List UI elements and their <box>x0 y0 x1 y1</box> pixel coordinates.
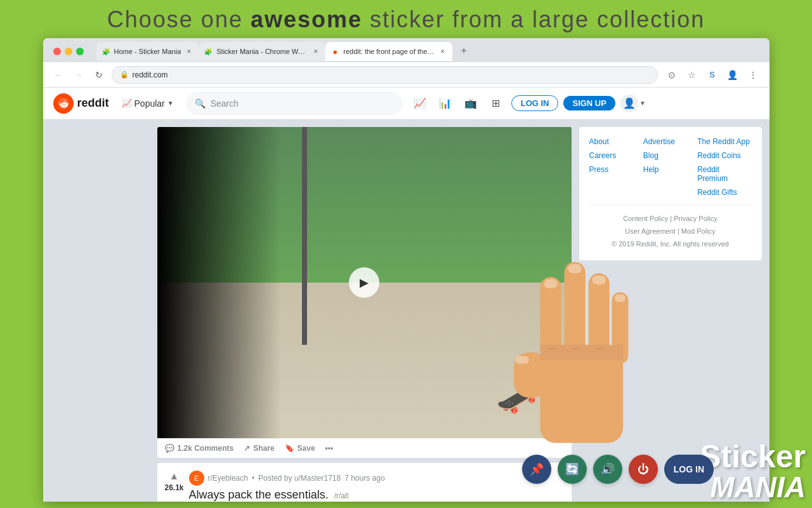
comment-title: Always pack the essentials. /r/all <box>189 488 564 502</box>
comment-posted-by: Posted by u/Master1718 <box>258 474 341 483</box>
reddit-icon <box>53 93 74 114</box>
sidebar-blog[interactable]: Blog <box>643 151 697 160</box>
search-icon: 🔍 <box>195 98 206 109</box>
save-icon: 🔖 <box>285 444 294 453</box>
headline-suffix: sticker from a large collection <box>362 6 705 32</box>
layers-icon-btn[interactable]: ⊞ <box>486 93 506 114</box>
mute-button[interactable]: 🔇 <box>549 415 566 433</box>
popular-label: Popular <box>134 98 165 109</box>
comment-subreddit[interactable]: r/Eyebleach <box>208 474 248 483</box>
sidebar-footer: Content Policy | Privacy Policy User Agr… <box>589 213 752 250</box>
sidebar-help[interactable]: Help <box>643 165 697 183</box>
tab-favicon-1: 🧩 <box>102 47 110 56</box>
user-agreement-link[interactable]: User Agreement <box>625 227 675 235</box>
video-icon-btn[interactable]: 📺 <box>461 93 481 114</box>
comments-count: 1.2k Comments <box>178 444 234 453</box>
minimize-light[interactable] <box>65 48 72 55</box>
sidebar-reddit-app[interactable]: The Reddit App <box>697 137 751 146</box>
tab-close-2[interactable]: ✕ <box>311 47 320 56</box>
main-area: ▶ 🔇 💬 1.2k Comments ↗ <box>43 119 769 502</box>
refresh-button[interactable]: ↻ <box>91 67 107 83</box>
signup-button[interactable]: SIGN UP <box>563 96 615 110</box>
tab-close-1[interactable]: ✕ <box>185 47 193 56</box>
sidebar-careers[interactable]: Careers <box>589 151 643 160</box>
popular-icon: 📈 <box>122 98 132 108</box>
close-light[interactable] <box>53 48 61 55</box>
user-menu-button[interactable]: 👤 ▼ <box>620 95 646 112</box>
zoom-button[interactable]: ⊙ <box>663 66 681 84</box>
save-button[interactable]: 🔖 Save <box>285 444 315 453</box>
comment-section: ▲ 26.1k E r/Eyebleach • Posted by u/Mast… <box>157 463 572 502</box>
user-avatar: 👤 <box>620 95 638 112</box>
comment-info: E r/Eyebleach • Posted by u/Master1718 7… <box>189 471 564 502</box>
tab-title-1: Home - Sticker Mania <box>114 48 181 55</box>
mod-policy-link[interactable]: Mod Policy <box>681 227 716 235</box>
user-chevron-icon: ▼ <box>639 100 646 107</box>
lock-icon: 🔒 <box>120 70 129 79</box>
pin-button[interactable]: 📌 <box>522 455 551 484</box>
sidebar-card: About Advertise The Reddit App Careers B… <box>579 127 762 260</box>
tab-close-3[interactable]: ✕ <box>438 47 447 56</box>
bookmark-button[interactable]: ☆ <box>683 66 701 84</box>
tab-title-2: Sticker Mania - Chrome Web S... <box>216 48 308 55</box>
sync-button[interactable]: 🔄 <box>558 455 587 484</box>
upvote-button[interactable]: ▲ <box>169 471 180 482</box>
headline-bold: awesome <box>251 6 362 32</box>
popular-button[interactable]: 📈 Popular ▼ <box>117 96 179 111</box>
reddit-logo: reddit <box>53 93 109 114</box>
sidebar-gifts[interactable]: Reddit Gifts <box>697 188 751 197</box>
headline: Choose one awesome sticker from a large … <box>43 0 769 38</box>
trending-icon-btn[interactable]: 📈 <box>410 93 430 114</box>
tab-favicon-2: 🧩 <box>204 47 213 56</box>
tab-reddit[interactable]: ● reddit: the front page of the i... ✕ <box>325 42 452 61</box>
play-button[interactable]: ▶ <box>349 267 379 298</box>
power-button[interactable]: ⏻ <box>629 455 658 484</box>
bottom-toolbar: 📌 🔄 🔊 ⏻ LOG IN <box>522 455 714 484</box>
popular-dropdown-icon: ▼ <box>167 100 174 107</box>
sidebar-coins[interactable]: Reddit Coins <box>697 151 751 160</box>
maximize-light[interactable] <box>76 48 84 55</box>
header-icons: 📈 📊 📺 ⊞ LOG IN SIGN UP 👤 ▼ <box>410 93 646 114</box>
new-tab-button[interactable]: + <box>455 42 473 60</box>
browser-window: 🧩 Home - Sticker Mania ✕ 🧩 Sticker Mania… <box>43 38 769 502</box>
audio-button[interactable]: 🔊 <box>593 455 622 484</box>
traffic-lights <box>48 48 89 55</box>
address-bar: ← → ↻ 🔒 reddit.com ⊙ ☆ S 👤 ⋮ <box>43 62 769 88</box>
login-button[interactable]: LOG IN <box>511 95 559 111</box>
content-policy-link[interactable]: Content Policy <box>623 215 668 222</box>
content-center: ▶ 🔇 💬 1.2k Comments ↗ <box>150 119 579 502</box>
sidebar-advertise[interactable]: Advertise <box>643 137 697 146</box>
sticker-mania-logo: Sticker MANIA <box>700 441 806 502</box>
back-button[interactable]: ← <box>51 67 66 83</box>
share-icon: ↗ <box>244 444 250 453</box>
tab-sticker-mania-chrome[interactable]: 🧩 Sticker Mania - Chrome Web S... ✕ <box>199 42 325 61</box>
menu-button[interactable]: ⋮ <box>744 66 762 84</box>
privacy-policy-link[interactable]: Privacy Policy <box>674 215 717 222</box>
comment-meta: E r/Eyebleach • Posted by u/Master1718 7… <box>189 471 564 486</box>
extension-button[interactable]: S <box>704 66 721 84</box>
sidebar-links: About Advertise The Reddit App Careers B… <box>589 137 752 197</box>
sidebar-premium[interactable]: Reddit Premium <box>697 165 751 183</box>
vote-section: ▲ 26.1k <box>165 471 184 492</box>
sidebar-press[interactable]: Press <box>589 165 643 183</box>
mute-icon: 🔇 <box>553 420 562 429</box>
overlay-login-button[interactable]: LOG IN <box>664 455 714 484</box>
comments-button[interactable]: 💬 1.2k Comments <box>165 444 234 453</box>
more-button[interactable]: ••• <box>325 444 334 453</box>
left-sidebar <box>43 119 150 502</box>
profile-button[interactable]: 👤 <box>724 66 742 84</box>
forward-button[interactable]: → <box>71 67 86 83</box>
comment-time: 7 hours ago <box>344 474 384 483</box>
address-input[interactable]: 🔒 reddit.com <box>112 66 658 84</box>
chart-icon-btn[interactable]: 📊 <box>435 93 455 114</box>
tab-home-sticker[interactable]: 🧩 Home - Sticker Mania ✕ <box>96 42 199 61</box>
copyright-text: © 2019 Reddit, Inc. All rights reserved <box>612 240 729 248</box>
share-button[interactable]: ↗ Share <box>244 444 274 453</box>
mania-text: MANIA <box>700 472 806 502</box>
sticker-text: Sticker <box>700 441 806 472</box>
search-placeholder: Search <box>211 98 239 109</box>
search-bar[interactable]: 🔍 Search <box>187 92 402 115</box>
tab-title-3: reddit: the front page of the i... <box>343 48 435 55</box>
sidebar-about[interactable]: About <box>589 137 643 146</box>
tab-favicon-3: ● <box>331 47 339 56</box>
